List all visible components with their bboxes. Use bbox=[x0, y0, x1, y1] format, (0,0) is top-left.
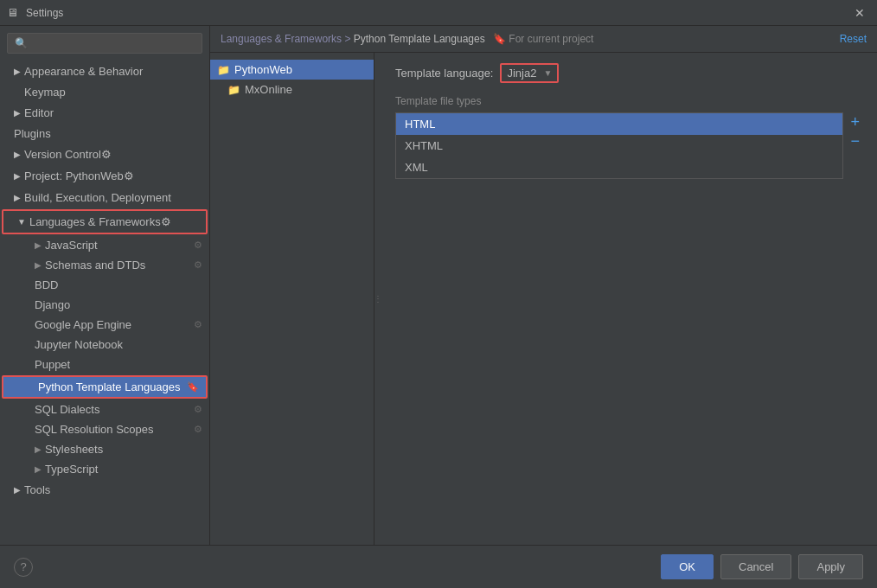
sidebar-item-project[interactable]: ▶ Project: PythonWeb ⚙ bbox=[0, 165, 209, 187]
sidebar-item-lang-frameworks[interactable]: ▼ Languages & Frameworks ⚙ bbox=[2, 209, 208, 234]
sidebar-item-label: SQL Resolution Scopes bbox=[35, 423, 154, 436]
sidebar-item-schemas[interactable]: ▶ Schemas and DTDs ⚙ bbox=[0, 255, 209, 275]
help-button[interactable]: ? bbox=[14, 558, 33, 577]
window-title: Settings bbox=[26, 7, 849, 19]
sidebar-item-python-template[interactable]: Python Template Languages 🔖 bbox=[2, 375, 208, 399]
arrow-icon: ▶ bbox=[35, 260, 42, 270]
close-button[interactable]: ✕ bbox=[849, 4, 870, 22]
folder-icon: 📁 bbox=[227, 84, 240, 96]
sidebar-item-label: TypeScript bbox=[45, 463, 98, 476]
title-bar: 🖥 Settings ✕ bbox=[0, 0, 877, 26]
arrow-icon: ▶ bbox=[35, 464, 42, 474]
sidebar-item-puppet[interactable]: Puppet bbox=[0, 355, 209, 374]
gear-icon: ⚙ bbox=[194, 259, 202, 271]
sidebar-item-label: Appearance & Behavior bbox=[24, 65, 143, 78]
file-type-label: XML bbox=[405, 161, 428, 174]
sidebar-item-bdd[interactable]: BDD bbox=[0, 275, 209, 295]
arrow-icon: ▶ bbox=[14, 171, 21, 181]
sidebar-item-label: SQL Dialects bbox=[35, 403, 99, 416]
sidebar-item-keymap[interactable]: Keymap bbox=[0, 82, 209, 102]
footer-buttons: OK Cancel Apply bbox=[661, 554, 863, 579]
sidebar-item-label: Editor bbox=[24, 106, 54, 119]
sidebar-item-typescript[interactable]: ▶ TypeScript bbox=[0, 459, 209, 479]
arrow-icon: ▶ bbox=[14, 485, 21, 495]
gear-icon: ⚙ bbox=[194, 424, 202, 435]
arrow-icon: ▶ bbox=[35, 444, 42, 454]
file-types-list: HTML XHTML XML bbox=[395, 112, 843, 179]
arrow-icon: ▶ bbox=[35, 240, 42, 250]
sidebar-item-label: BDD bbox=[35, 278, 58, 291]
sidebar-item-version-control[interactable]: ▶ Version Control ⚙ bbox=[0, 144, 209, 165]
arrow-icon: ▶ bbox=[14, 150, 21, 159]
file-types-actions: + − bbox=[847, 112, 863, 150]
apply-button[interactable]: Apply bbox=[798, 554, 863, 579]
gear-icon: ⚙ bbox=[194, 404, 202, 415]
sidebar-item-google-app-engine[interactable]: Google App Engine ⚙ bbox=[0, 315, 209, 335]
file-type-html[interactable]: HTML bbox=[396, 113, 842, 135]
dropdown-arrow-icon: ▼ bbox=[543, 68, 552, 78]
file-type-xhtml[interactable]: XHTML bbox=[396, 135, 842, 157]
sidebar-item-sql-resolution[interactable]: SQL Resolution Scopes ⚙ bbox=[0, 419, 209, 439]
sidebar-item-label: Python Template Languages bbox=[38, 380, 181, 393]
tree-item-label: PythonWeb bbox=[234, 63, 292, 76]
app-icon: 🖥 bbox=[7, 6, 21, 20]
template-language-label: Template language: bbox=[395, 67, 493, 80]
cancel-button[interactable]: Cancel bbox=[720, 554, 791, 579]
sidebar-item-label: Stylesheets bbox=[45, 443, 103, 456]
gear-icon: 🔖 bbox=[187, 381, 199, 393]
gear-icon: ⚙ bbox=[194, 319, 202, 330]
file-types-container: HTML XHTML XML + − bbox=[395, 112, 863, 179]
breadcrumb-part1: Languages & Frameworks bbox=[221, 33, 342, 45]
settings-panel: Template language: Jinja2 ▼ Template fil… bbox=[381, 53, 877, 545]
reset-button[interactable]: Reset bbox=[840, 33, 867, 45]
breadcrumb-part2: Python Template Languages bbox=[354, 33, 485, 45]
sidebar-item-tools[interactable]: ▶ Tools bbox=[0, 479, 209, 501]
collapse-handle[interactable]: ⋮ bbox=[374, 53, 381, 545]
sidebar-item-label: Languages & Frameworks bbox=[29, 215, 161, 228]
project-tree: 📁 PythonWeb 📁 MxOnline bbox=[210, 53, 374, 545]
ok-button[interactable]: OK bbox=[661, 554, 714, 579]
search-input[interactable] bbox=[7, 33, 202, 54]
file-type-label: XHTML bbox=[405, 139, 443, 152]
gear-icon: ⚙ bbox=[101, 148, 112, 161]
add-file-type-button[interactable]: + bbox=[847, 112, 863, 131]
tree-item-pythonweb[interactable]: 📁 PythonWeb bbox=[210, 60, 374, 80]
file-type-label: HTML bbox=[405, 118, 435, 131]
sidebar-item-javascript[interactable]: ▶ JavaScript ⚙ bbox=[0, 235, 209, 255]
main-layout: ▶ Appearance & Behavior Keymap ▶ Editor … bbox=[0, 26, 877, 545]
sidebar-item-stylesheets[interactable]: ▶ Stylesheets bbox=[0, 439, 209, 459]
sidebar-item-label: JavaScript bbox=[45, 239, 98, 252]
sidebar-item-label: Tools bbox=[24, 483, 50, 496]
footer: ? OK Cancel Apply bbox=[0, 545, 877, 588]
gear-icon: ⚙ bbox=[194, 240, 202, 251]
sidebar-item-sql-dialects[interactable]: SQL Dialects ⚙ bbox=[0, 399, 209, 419]
tree-item-mxonline[interactable]: 📁 MxOnline bbox=[210, 80, 374, 99]
sidebar-item-label: Keymap bbox=[24, 86, 66, 99]
sidebar-item-jupyter[interactable]: Jupyter Notebook bbox=[0, 335, 209, 355]
breadcrumb-text: Languages & Frameworks > Python Template… bbox=[221, 33, 593, 45]
gear-icon: ⚙ bbox=[161, 215, 171, 228]
content-area: Languages & Frameworks > Python Template… bbox=[210, 26, 877, 545]
breadcrumb-suffix: 🔖 For current project bbox=[493, 33, 593, 45]
tree-item-label: MxOnline bbox=[245, 83, 292, 96]
sidebar-item-label: Version Control bbox=[24, 148, 101, 161]
sidebar-item-build[interactable]: ▶ Build, Execution, Deployment bbox=[0, 187, 209, 208]
arrow-down-icon: ▼ bbox=[17, 217, 26, 227]
sidebar-item-django[interactable]: Django bbox=[0, 295, 209, 315]
template-language-dropdown[interactable]: Jinja2 ▼ bbox=[500, 63, 559, 83]
file-type-xml[interactable]: XML bbox=[396, 157, 842, 178]
sidebar-item-plugins[interactable]: Plugins bbox=[0, 124, 209, 144]
gear-icon: ⚙ bbox=[124, 169, 134, 182]
sidebar-item-label: Build, Execution, Deployment bbox=[24, 191, 171, 204]
sidebar-item-appearance[interactable]: ▶ Appearance & Behavior bbox=[0, 61, 209, 82]
breadcrumb-separator: > bbox=[344, 33, 353, 45]
footer-left: ? bbox=[14, 558, 33, 577]
file-types-label: Template file types bbox=[395, 95, 863, 107]
sidebar-item-editor[interactable]: ▶ Editor bbox=[0, 102, 209, 124]
remove-file-type-button[interactable]: − bbox=[847, 131, 863, 150]
sidebar-item-label: Google App Engine bbox=[35, 318, 131, 331]
template-language-row: Template language: Jinja2 ▼ bbox=[395, 63, 863, 83]
sidebar-item-label: Jupyter Notebook bbox=[35, 338, 123, 351]
sidebar-item-label: Puppet bbox=[35, 358, 70, 371]
breadcrumb: Languages & Frameworks > Python Template… bbox=[210, 26, 877, 53]
